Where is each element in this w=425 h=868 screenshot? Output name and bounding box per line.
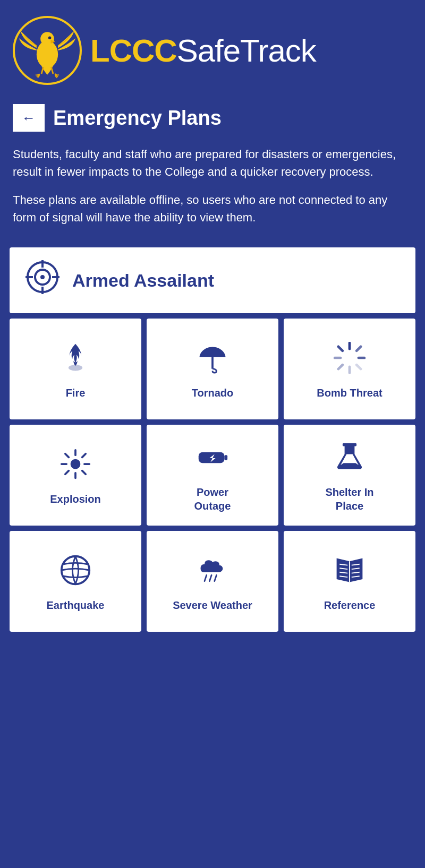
- fire-label: Fire: [66, 386, 86, 400]
- card-armed-assailant[interactable]: Armed Assailant: [10, 247, 415, 313]
- svg-line-22: [338, 365, 343, 369]
- back-section: ← Emergency Plans: [0, 96, 425, 140]
- tornado-icon: [197, 342, 228, 379]
- svg-rect-35: [343, 443, 356, 446]
- power-outage-icon: [197, 441, 228, 478]
- svg-line-39: [215, 575, 217, 581]
- svg-line-19: [338, 346, 343, 350]
- earthquake-icon: [60, 554, 91, 591]
- svg-line-38: [209, 575, 211, 581]
- svg-line-4: [51, 67, 53, 74]
- svg-line-28: [65, 453, 69, 457]
- svg-line-21: [356, 346, 361, 350]
- back-button[interactable]: ←: [13, 104, 45, 132]
- svg-line-3: [41, 67, 44, 74]
- card-bomb-threat[interactable]: Bomb Threat: [284, 319, 415, 419]
- page-title: Emergency Plans: [53, 107, 222, 130]
- card-reference[interactable]: Reference: [284, 531, 415, 632]
- card-shelter-in-place[interactable]: Shelter In Place: [284, 425, 415, 526]
- svg-point-23: [71, 459, 81, 469]
- svg-line-30: [82, 453, 86, 457]
- svg-line-37: [205, 575, 207, 581]
- cards-row-3: Earthquake Severe Weather: [10, 531, 415, 632]
- bomb-threat-label: Bomb Threat: [317, 386, 382, 400]
- armed-assailant-icon: [26, 260, 60, 300]
- svg-line-29: [82, 470, 86, 474]
- brand-safetrack: SafeTrack: [177, 32, 316, 69]
- svg-point-36: [62, 556, 90, 584]
- severe-weather-icon: [197, 554, 228, 591]
- app-header: LCCC SafeTrack: [0, 0, 425, 96]
- card-explosion[interactable]: Explosion: [10, 425, 141, 526]
- fire-icon: [60, 342, 91, 379]
- severe-weather-label: Severe Weather: [173, 598, 252, 612]
- svg-point-13: [69, 365, 82, 371]
- shelter-in-place-label: Shelter In Place: [325, 485, 373, 513]
- shelter-icon: [334, 441, 366, 478]
- reference-icon: [334, 554, 366, 591]
- card-fire[interactable]: Fire: [10, 319, 141, 419]
- card-earthquake[interactable]: Earthquake: [10, 531, 141, 632]
- cards-row-1: Fire Tornado: [10, 319, 415, 419]
- svg-rect-33: [225, 455, 228, 460]
- explosion-label: Explosion: [50, 492, 101, 506]
- eagle-logo: [18, 21, 76, 80]
- svg-point-1: [40, 32, 54, 46]
- logo-circle: [13, 16, 82, 85]
- header-title: LCCC SafeTrack: [90, 32, 316, 69]
- tornado-label: Tornado: [192, 386, 234, 400]
- reference-label: Reference: [324, 598, 376, 612]
- card-power-outage[interactable]: Power Outage: [147, 425, 278, 526]
- cards-row-2: Explosion Power Outage: [10, 425, 415, 526]
- earthquake-label: Earthquake: [47, 598, 105, 612]
- description-paragraph-1: Students, faculty and staff who are prep…: [13, 145, 412, 181]
- svg-point-8: [40, 275, 45, 279]
- explosion-icon: [60, 448, 91, 485]
- brand-lccc: LCCC: [90, 32, 177, 69]
- power-outage-label: Power Outage: [194, 485, 231, 513]
- card-severe-weather[interactable]: Severe Weather: [147, 531, 278, 632]
- card-tornado[interactable]: Tornado: [147, 319, 278, 419]
- svg-line-31: [65, 470, 69, 474]
- armed-assailant-label: Armed Assailant: [72, 270, 214, 291]
- emergency-plans-grid: Armed Assailant Fire: [0, 247, 425, 641]
- svg-point-5: [48, 36, 52, 39]
- description-paragraph-2: These plans are available offline, so us…: [13, 191, 412, 226]
- page-description: Students, faculty and staff who are prep…: [0, 140, 425, 247]
- bomb-threat-icon: [334, 342, 366, 379]
- svg-line-20: [356, 365, 361, 369]
